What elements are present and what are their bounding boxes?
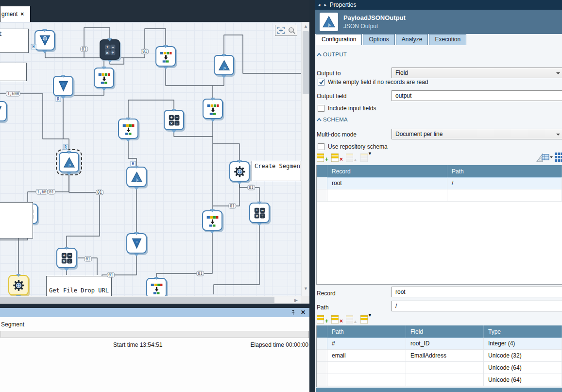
top-port-icon[interactable] [61, 75, 66, 78]
vertical-splitter[interactable] [309, 0, 315, 392]
multidoc-mode-dropdown[interactable]: Document per line [392, 129, 562, 139]
bottom-port-icon[interactable] [42, 51, 47, 53]
use-repo-schema-checkbox-row[interactable]: Use repository schema [318, 143, 388, 150]
include-input-checkbox[interactable] [318, 105, 324, 112]
top-port-icon[interactable] [257, 202, 262, 205]
bottom-port-icon[interactable] [126, 139, 131, 142]
tab-execution[interactable]: Execution [429, 34, 466, 45]
node-sort[interactable] [146, 278, 167, 298]
fit-to-view-icon[interactable] [277, 26, 285, 34]
top-port-icon[interactable] [171, 109, 176, 112]
top-port-icon[interactable] [64, 247, 69, 250]
table-cell[interactable] [327, 374, 406, 386]
node-sort[interactable] [155, 46, 176, 67]
canvas-note-label[interactable]: f [0, 202, 33, 239]
bottom-port-icon[interactable] [221, 75, 226, 78]
top-port-icon[interactable] [67, 151, 71, 154]
table-cell[interactable] [447, 189, 562, 202]
row-selector[interactable] [317, 350, 327, 362]
table-row[interactable] [317, 189, 562, 202]
table-cell[interactable]: Unicode (64) [484, 374, 562, 386]
node-funnel[interactable]: R [126, 233, 147, 254]
schema-section-header[interactable]: SCHEMA [317, 117, 348, 122]
node-funnel[interactable]: R [53, 76, 73, 96]
move-field-up-button[interactable]: ▲ [346, 315, 357, 324]
output-to-dropdown[interactable]: Field [392, 68, 562, 78]
document-tab[interactable]: gment × [0, 6, 31, 22]
table-cell[interactable]: root [327, 177, 447, 189]
bottom-port-icon[interactable] [64, 268, 69, 271]
row-selector[interactable] [317, 374, 327, 386]
canvas-note-label[interactable]: Create Segment [252, 161, 301, 181]
node-gear[interactable] [229, 161, 250, 182]
pin-icon[interactable] [290, 310, 296, 315]
table-row[interactable]: emailEmailAddressUnicode (32) [317, 350, 562, 362]
node-sort[interactable] [202, 210, 222, 231]
top-port-icon[interactable] [42, 29, 47, 32]
canvas-note-label[interactable]: Input [0, 29, 29, 53]
schema-mapping-icon[interactable] [536, 152, 553, 163]
tab-close-icon[interactable]: × [20, 11, 24, 17]
bottom-port-icon[interactable] [237, 182, 242, 185]
top-port-icon[interactable] [16, 274, 21, 277]
close-panel-icon[interactable]: ✕ [301, 309, 306, 315]
scroll-down-icon[interactable]: ▼ [302, 285, 309, 292]
node-derive[interactable]: +−×÷ [164, 110, 184, 130]
node-sort[interactable] [203, 99, 223, 119]
use-repo-schema-checkbox[interactable] [318, 143, 324, 150]
table-cell[interactable]: # [327, 338, 406, 350]
bottom-port-icon[interactable] [67, 172, 71, 175]
table-cell[interactable] [327, 362, 406, 374]
tab-options[interactable]: Options [363, 34, 394, 45]
top-port-icon[interactable] [102, 67, 106, 69]
tab-analyze[interactable]: Analyze [396, 34, 428, 45]
table-cell[interactable] [406, 374, 484, 386]
top-port-icon[interactable] [237, 160, 242, 163]
scroll-right-icon[interactable]: ▶ [292, 296, 300, 304]
horizontal-scroll-thumb[interactable] [0, 297, 274, 303]
nav-forward-icon[interactable]: ► [324, 3, 327, 7]
output-section-header[interactable]: OUTPUT [317, 51, 347, 57]
table-row[interactable]: Unicode (64) [317, 362, 562, 374]
column-header[interactable]: Type [484, 325, 562, 338]
magnifier-icon[interactable] [288, 26, 296, 34]
add-row-button[interactable]: + [317, 153, 328, 162]
table-cell[interactable]: EmailAddress [406, 350, 484, 362]
nav-back-icon[interactable]: ◄ [317, 3, 321, 7]
write-empty-checkbox[interactable] [318, 79, 324, 85]
node-json-triangle-selected[interactable]: js [59, 152, 79, 172]
top-port-icon[interactable] [107, 38, 112, 41]
column-header[interactable]: Path [327, 325, 406, 338]
table-cell[interactable]: Unicode (32) [484, 350, 562, 362]
move-up-button[interactable]: ▲ [346, 153, 357, 162]
column-header[interactable]: Field [406, 325, 484, 338]
flow-canvas[interactable]: +−×÷Rjs+−×÷jsjs+−×÷+−×÷R+−×÷RInputcordsf… [0, 22, 309, 304]
write-empty-checkbox-row[interactable]: Write empty field if no records are read [318, 79, 428, 85]
bottom-port-icon[interactable] [102, 88, 106, 91]
top-port-icon[interactable] [210, 98, 215, 101]
vertical-scroll-thumb[interactable] [303, 31, 309, 94]
row-menu-button[interactable]: ▼ [360, 153, 372, 162]
node-derive[interactable]: +−×÷ [100, 39, 120, 60]
canvas-note-label[interactable]: cords [0, 63, 27, 81]
bottom-port-icon[interactable] [134, 187, 139, 190]
top-port-icon[interactable] [163, 45, 168, 48]
table-cell[interactable]: email [327, 350, 406, 362]
top-port-icon[interactable] [154, 277, 159, 280]
canvas-vertical-scrollbar[interactable]: ▲ ▼ [301, 22, 309, 303]
bottom-port-icon[interactable] [171, 130, 176, 133]
bottom-port-icon[interactable] [210, 231, 215, 234]
node-sort[interactable] [94, 68, 114, 88]
node-funnel-globe[interactable] [34, 30, 55, 51]
node-derive[interactable]: +−×÷ [56, 248, 77, 268]
node-funnel[interactable]: R [0, 101, 7, 121]
table-cell[interactable]: Unicode (64) [484, 362, 562, 374]
grid-view-icon[interactable] [555, 153, 562, 162]
column-header[interactable]: Record [327, 165, 447, 177]
include-input-checkbox-row[interactable]: Include input fields [318, 105, 376, 112]
node-gear[interactable] [8, 275, 29, 295]
bottom-port-icon[interactable] [107, 60, 112, 63]
top-port-icon[interactable] [221, 54, 226, 57]
tab-configuration[interactable]: Configuration [316, 34, 362, 45]
table-cell[interactable]: Integer (4) [484, 338, 562, 350]
